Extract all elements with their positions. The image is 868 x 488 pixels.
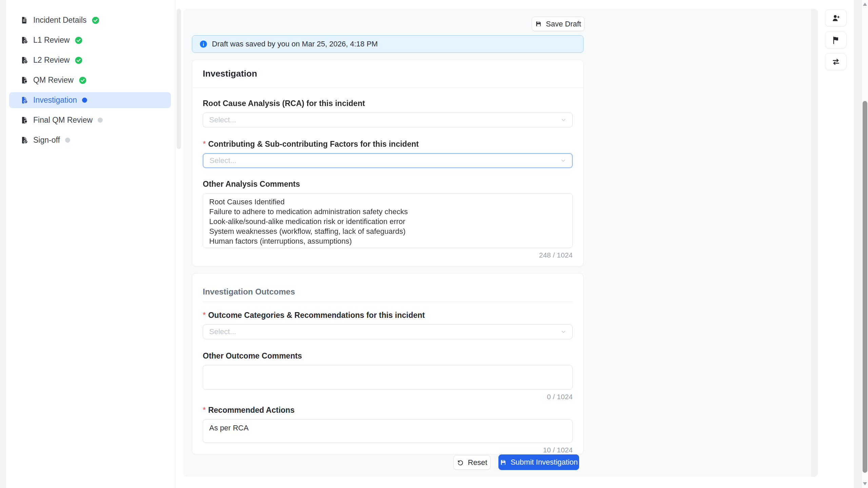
file-text-icon bbox=[20, 16, 28, 24]
file-check-icon bbox=[20, 136, 28, 144]
file-shield-icon bbox=[20, 116, 28, 124]
sidebar-item-label: L1 Review bbox=[33, 36, 70, 45]
window-scrollbar[interactable] bbox=[862, 0, 868, 488]
file-alert-icon: ! bbox=[20, 96, 28, 104]
outcomes-section-title: Investigation Outcomes bbox=[203, 287, 573, 297]
scroll-up-arrow[interactable] bbox=[863, 3, 867, 6]
incident-workflow-page: Incident Details ? L1 Review ? bbox=[0, 0, 868, 488]
outcome-categories-placeholder: Select... bbox=[209, 327, 236, 336]
required-marker: * bbox=[203, 311, 206, 320]
sidebar-item-label: QM Review bbox=[33, 76, 74, 85]
alert-message: Draft was saved by you on Mar 25, 2026, … bbox=[212, 40, 378, 48]
rca-select[interactable]: Select... bbox=[203, 113, 573, 127]
sidebar-item-sign-off[interactable]: Sign-off bbox=[9, 132, 171, 148]
flag-icon bbox=[831, 36, 841, 45]
status-current-dot bbox=[82, 98, 87, 103]
save-icon bbox=[535, 20, 542, 27]
left-edge-strip bbox=[0, 0, 6, 488]
sidebar-item-final-qm-review[interactable]: Final QM Review bbox=[9, 112, 171, 128]
contributing-factors-label: * Contributing & Sub-contributing Factor… bbox=[203, 140, 573, 149]
chevron-down-icon bbox=[560, 328, 567, 335]
char-count: 0 / 1024 bbox=[203, 393, 573, 401]
scrollbar-thumb[interactable] bbox=[863, 101, 867, 473]
required-marker: * bbox=[203, 406, 206, 415]
card-header: Investigation bbox=[192, 60, 583, 87]
chevron-down-icon bbox=[560, 117, 567, 123]
assign-user-button[interactable] bbox=[825, 9, 847, 26]
outcome-categories-select[interactable]: Select... bbox=[203, 324, 573, 339]
sidebar-item-label: Final QM Review bbox=[33, 116, 93, 125]
other-analysis-comments-label: Other Analysis Comments bbox=[203, 180, 573, 189]
recommended-actions-textarea[interactable]: As per RCA bbox=[203, 419, 573, 443]
status-pending-dot bbox=[65, 138, 70, 143]
submit-investigation-button[interactable]: Submit Investigation bbox=[498, 454, 579, 470]
inner-scrollbar-gutter bbox=[854, 0, 862, 488]
outcome-categories-label: * Outcome Categories & Recommendations f… bbox=[203, 311, 573, 320]
required-marker: * bbox=[203, 140, 206, 149]
status-complete-icon bbox=[75, 36, 83, 44]
swap-arrows-icon bbox=[831, 57, 841, 66]
svg-text:!: ! bbox=[25, 100, 26, 103]
rca-label: Root Cause Analysis (RCA) for this incid… bbox=[203, 99, 573, 108]
save-icon bbox=[500, 459, 507, 466]
card-title: Investigation bbox=[203, 68, 573, 79]
sidebar-item-l1-review[interactable]: ? L1 Review bbox=[9, 32, 171, 48]
transfer-button[interactable] bbox=[825, 53, 847, 70]
flag-button[interactable] bbox=[825, 32, 847, 48]
file-shield-icon bbox=[20, 76, 28, 84]
user-add-icon bbox=[831, 14, 841, 23]
reset-button[interactable]: Reset bbox=[453, 455, 491, 470]
sidebar-scrollbar-thumb[interactable] bbox=[177, 9, 181, 149]
sidebar-item-l2-review[interactable]: ? L2 Review bbox=[9, 52, 171, 68]
file-question-icon: ? bbox=[20, 36, 28, 44]
char-count: 10 / 1024 bbox=[203, 446, 573, 454]
panel-scrollbar-track[interactable] bbox=[811, 9, 818, 477]
chevron-down-icon bbox=[560, 157, 567, 164]
reset-label: Reset bbox=[468, 458, 487, 467]
status-complete-icon bbox=[75, 56, 83, 64]
sidebar-item-qm-review[interactable]: QM Review bbox=[9, 72, 171, 88]
contributing-factors-placeholder: Select... bbox=[210, 156, 236, 165]
recommended-actions-label: * Recommended Actions bbox=[203, 406, 573, 415]
sidebar-item-label: Sign-off bbox=[33, 136, 60, 145]
investigation-outcomes-card: Investigation Outcomes * Outcome Categor… bbox=[192, 273, 584, 454]
sidebar-item-investigation[interactable]: ! Investigation bbox=[9, 92, 171, 108]
undo-icon bbox=[457, 459, 464, 466]
contributing-factors-select[interactable]: Select... bbox=[203, 153, 573, 168]
scroll-down-arrow[interactable] bbox=[863, 482, 867, 485]
other-outcome-comments-textarea[interactable] bbox=[203, 365, 573, 390]
file-question-icon: ? bbox=[20, 56, 28, 64]
sidebar-item-label: Investigation bbox=[33, 96, 77, 105]
sidebar-item-incident-details[interactable]: Incident Details bbox=[9, 12, 171, 28]
save-draft-button[interactable]: Save Draft bbox=[532, 17, 585, 31]
workflow-sidebar: Incident Details ? L1 Review ? bbox=[6, 0, 175, 488]
other-outcome-comments-label: Other Outcome Comments bbox=[203, 351, 573, 361]
other-analysis-comments-textarea[interactable]: Root Causes Identified Failure to adhere… bbox=[203, 193, 573, 248]
svg-text:?: ? bbox=[25, 40, 27, 43]
status-pending-dot bbox=[98, 118, 103, 123]
svg-text:?: ? bbox=[25, 60, 27, 63]
main-content-panel: Save Draft Draft was saved by you on Mar… bbox=[183, 9, 818, 477]
info-icon bbox=[199, 40, 208, 48]
status-complete-icon bbox=[79, 76, 87, 84]
sidebar-item-label: L2 Review bbox=[33, 56, 70, 65]
save-draft-label: Save Draft bbox=[546, 20, 581, 28]
sidebar-item-label: Incident Details bbox=[33, 16, 86, 25]
investigation-card: Investigation Root Cause Analysis (RCA) … bbox=[192, 60, 584, 266]
char-count: 248 / 1024 bbox=[203, 251, 573, 259]
status-complete-icon bbox=[92, 16, 100, 24]
submit-investigation-label: Submit Investigation bbox=[511, 458, 578, 467]
rca-select-placeholder: Select... bbox=[209, 116, 236, 124]
draft-saved-alert: Draft was saved by you on Mar 25, 2026, … bbox=[192, 35, 584, 53]
